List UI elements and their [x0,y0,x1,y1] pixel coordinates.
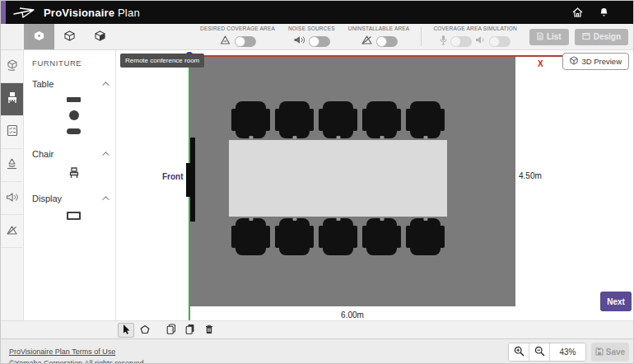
main-toolbar: DESIRED COVERAGE AREA NOISE SOURCES UNIN… [1,24,633,50]
3d-preview-button[interactable]: 3D Preview [562,53,629,70]
design-window-icon [582,32,590,42]
table-item-rect[interactable] [67,97,81,102]
zoom-out-button[interactable] [529,343,550,361]
desired-coverage-area-label: DESIRED COVERAGE AREA [200,26,275,31]
coverage-area-simulation-label: COVERAGE AREA SIMULATION [433,26,516,31]
furniture-chair-icon [7,91,18,108]
conference-table[interactable] [229,140,447,217]
coverage-cone-icon [219,34,231,49]
copy-button[interactable] [163,323,179,338]
wall-display-mount [186,163,190,197]
tab-plan-view-3[interactable] [85,24,115,49]
list-button[interactable]: List [529,29,569,45]
section-table-header[interactable]: Table [32,79,115,89]
chair[interactable] [319,218,357,255]
paste-button[interactable] [182,323,198,338]
delete-button[interactable] [201,323,217,338]
zoom-controls: 43% [508,343,586,362]
noise-speaker-icon [293,34,305,49]
chair[interactable] [406,101,445,138]
noise-sources-toggle[interactable] [309,36,330,47]
table-item-round[interactable] [69,110,79,120]
section-display-header[interactable]: Display [32,194,115,203]
display-item[interactable] [67,212,81,220]
paste-icon [185,323,195,338]
room-cube-rotate-icon [6,58,19,75]
next-button[interactable]: Next [600,292,632,311]
save-button[interactable]: Save [591,343,629,362]
polygon-icon [140,323,150,338]
room-width-dimension: 6.00m [189,310,515,320]
zoom-out-icon [534,345,545,360]
speaker-install-icon [6,158,18,173]
tab-plan-view-2[interactable] [54,24,85,49]
design-button[interactable]: Design [575,29,628,45]
tab-plan-view-1[interactable] [24,24,54,49]
desired-coverage-area-group: DESIRED COVERAGE AREA [193,24,282,49]
section-display: Display [32,194,115,230]
chair-item[interactable] [69,167,79,179]
chevron-up-icon [102,82,109,88]
rail-uninstallable-area[interactable] [1,215,23,248]
panel-title: FURNITURE [32,58,115,68]
left-icon-rail [1,50,24,320]
zoom-in-button[interactable] [509,343,529,361]
desired-coverage-area-toggle[interactable] [235,36,256,47]
chair[interactable] [319,101,357,138]
select-tool-button[interactable] [118,323,134,338]
uninstallable-area-label: UNINSTALLABLE AREA [348,26,410,31]
footer-bar: ProVisionaire Plan Terms of Use ©Yamaha … [1,338,633,364]
polygon-tool-button[interactable] [137,323,153,338]
chair[interactable] [275,218,314,255]
simulation-speaker-toggle[interactable] [489,36,510,47]
section-table: Table [32,79,115,144]
rail-noise-source[interactable] [1,182,23,215]
cube-filled-icon [34,30,44,44]
chair[interactable] [362,101,401,138]
chair[interactable] [362,218,401,255]
chair-row-bottom [231,218,445,255]
save-disk-icon [595,348,604,357]
triangle-slash-icon [6,224,18,239]
room-name-tag: Remote conference room [120,54,204,68]
edit-tool-strip [1,320,633,338]
chair[interactable] [231,218,270,255]
app-window: ProVisionaire Plan DESIRED COVERAGE AREA [0,0,634,364]
rail-furniture[interactable] [1,83,23,116]
chair[interactable] [231,101,270,138]
notifications-bell-icon[interactable] [599,7,608,17]
app-title: ProVisionaire Plan [44,7,140,19]
plan-canvas[interactable]: Remote conference room X 3D Preview [116,50,633,320]
uninstallable-area-icon [361,34,373,49]
view-tabs [24,24,115,49]
chevron-up-icon [102,196,109,203]
cursor-icon [122,323,131,338]
table-item-oval[interactable] [67,128,81,134]
rail-checklist[interactable] [1,116,23,149]
chair[interactable] [406,218,445,255]
copy-icon [166,323,176,338]
noise-sources-group: NOISE SOURCES [282,24,342,49]
zoom-level-value: 43% [550,343,585,361]
terms-of-use-link[interactable]: ProVisionaire Plan Terms of Use [9,348,115,356]
room-height-dimension: 4.50m [519,171,542,180]
chair-row-top [231,101,445,138]
preview-cube-icon [570,56,578,67]
furniture-panel: FURNITURE Table Chair [24,50,116,320]
chair[interactable] [275,101,314,138]
section-chair-header[interactable]: Chair [32,149,115,159]
coverage-area-simulation-group: COVERAGE AREA SIMULATION [427,24,523,49]
uninstallable-area-group: UNINSTALLABLE AREA [342,24,417,49]
uninstallable-area-toggle[interactable] [376,36,398,47]
home-icon[interactable] [572,7,583,17]
x-axis-label: X [538,59,543,68]
checklist-icon [7,124,18,140]
front-label: Front [162,172,184,181]
trash-icon [205,323,213,338]
microphone-icon [440,34,447,49]
rail-speaker-install[interactable] [1,149,23,182]
wall-display[interactable] [190,138,195,222]
simulation-mic-toggle[interactable] [450,36,472,47]
rail-room-setup[interactable] [1,50,23,83]
cube-half-icon [95,30,105,44]
